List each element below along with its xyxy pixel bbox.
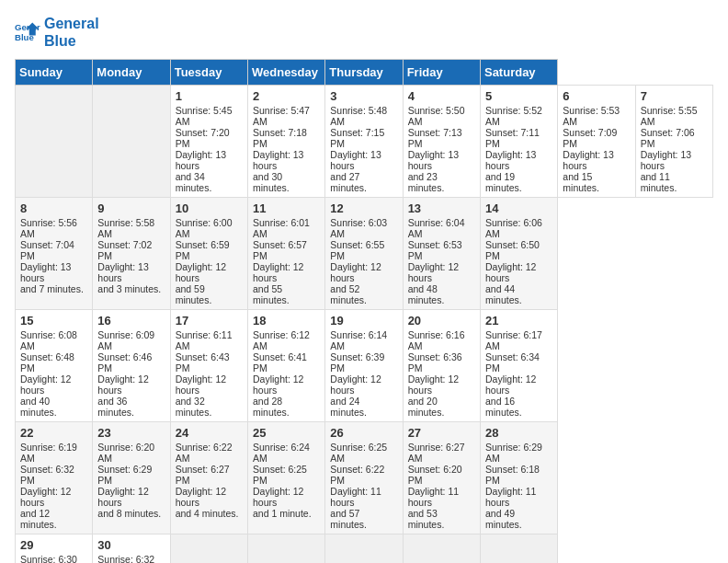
calendar-cell: 20Sunrise: 6:16 AMSunset: 6:36 PMDayligh… [403, 310, 480, 422]
day-info-line: Sunset: 6:25 PM [253, 464, 320, 486]
day-info-line: Daylight: 12 hours [176, 261, 243, 283]
day-info-line: Daylight: 12 hours [330, 261, 397, 283]
day-info-line: Sunset: 6:18 PM [485, 464, 552, 486]
day-info-line: and 7 minutes. [20, 283, 87, 294]
calendar-cell: 17Sunrise: 6:11 AMSunset: 6:43 PMDayligh… [170, 310, 247, 422]
day-info-line: Sunrise: 6:27 AM [408, 442, 475, 464]
day-info-line: and 28 minutes. [253, 396, 320, 418]
week-row-4: 29Sunrise: 6:30 AMSunset: 6:15 PMDayligh… [16, 534, 713, 563]
day-info-line: Sunrise: 6:08 AM [20, 329, 87, 351]
day-info-line: Sunrise: 6:24 AM [253, 442, 320, 464]
day-info-line: Sunrise: 6:14 AM [330, 329, 397, 351]
calendar-cell: 12Sunrise: 6:03 AMSunset: 6:55 PMDayligh… [325, 198, 403, 310]
calendar-cell: 5Sunrise: 5:52 AMSunset: 7:11 PMDaylight… [480, 86, 557, 198]
day-info-line: Sunrise: 6:32 AM [97, 554, 165, 563]
calendar-cell: 26Sunrise: 6:25 AMSunset: 6:22 PMDayligh… [325, 422, 403, 534]
calendar-cell: 7Sunrise: 5:55 AMSunset: 7:06 PMDaylight… [635, 86, 712, 198]
day-info-line: and 16 minutes. [485, 396, 552, 418]
calendar-cell: 29Sunrise: 6:30 AMSunset: 6:15 PMDayligh… [16, 534, 93, 563]
day-info-line: Sunset: 6:32 PM [20, 464, 87, 486]
day-number: 21 [485, 314, 552, 327]
day-info-line: and 57 minutes. [330, 508, 397, 530]
day-info-line: and 32 minutes. [176, 396, 243, 418]
day-info-line: Daylight: 13 hours [408, 149, 475, 171]
day-number: 3 [330, 89, 397, 103]
day-info-line: Sunset: 6:22 PM [330, 464, 397, 486]
day-info-line: Sunset: 6:34 PM [485, 351, 552, 373]
day-number: 18 [253, 314, 320, 327]
day-info-line: and 34 minutes. [176, 171, 243, 193]
day-info-line: Sunset: 6:41 PM [253, 351, 320, 373]
day-info-line: Sunset: 6:39 PM [330, 351, 397, 373]
day-info-line: and 8 minutes. [97, 508, 165, 519]
day-info-line: Sunrise: 6:29 AM [485, 442, 552, 464]
day-number: 6 [563, 89, 630, 103]
day-info-line: and 36 minutes. [97, 396, 165, 418]
day-info-line: Daylight: 12 hours [330, 373, 397, 396]
day-info-line: Sunrise: 5:48 AM [330, 105, 397, 127]
calendar-cell [16, 86, 93, 198]
day-info-line: Sunset: 6:48 PM [20, 351, 87, 373]
day-info-line: Sunset: 7:18 PM [253, 127, 320, 149]
day-number: 9 [97, 201, 165, 215]
day-info-line: and 23 minutes. [408, 171, 475, 193]
calendar-cell: 14Sunrise: 6:06 AMSunset: 6:50 PMDayligh… [480, 198, 557, 310]
calendar-cell: 2Sunrise: 5:47 AMSunset: 7:18 PMDaylight… [247, 86, 324, 198]
day-info-line: Sunset: 6:27 PM [176, 464, 243, 486]
calendar-cell: 23Sunrise: 6:20 AMSunset: 6:29 PMDayligh… [93, 422, 170, 534]
day-info-line: Daylight: 12 hours [253, 261, 320, 283]
day-info-line: and 55 minutes. [253, 283, 320, 305]
day-info-line: Daylight: 11 hours [485, 486, 552, 508]
calendar-cell: 24Sunrise: 6:22 AMSunset: 6:27 PMDayligh… [170, 422, 247, 534]
day-number: 24 [176, 426, 243, 440]
day-number: 2 [253, 89, 320, 103]
calendar-cell [480, 534, 557, 563]
calendar-cell: 4Sunrise: 5:50 AMSunset: 7:13 PMDaylight… [403, 86, 480, 198]
day-info-line: Daylight: 13 hours [20, 261, 87, 283]
day-number: 23 [97, 426, 165, 440]
calendar-cell: 21Sunrise: 6:17 AMSunset: 6:34 PMDayligh… [480, 310, 557, 422]
day-info-line: Sunset: 6:43 PM [176, 351, 243, 373]
calendar-cell: 10Sunrise: 6:00 AMSunset: 6:59 PMDayligh… [170, 198, 247, 310]
calendar-cell: 28Sunrise: 6:29 AMSunset: 6:18 PMDayligh… [480, 422, 557, 534]
day-number: 10 [176, 201, 243, 215]
day-info-line: Sunset: 6:29 PM [97, 464, 165, 486]
week-row-0: 1Sunrise: 5:45 AMSunset: 7:20 PMDaylight… [16, 86, 713, 198]
day-info-line: Sunrise: 6:03 AM [330, 217, 397, 239]
day-info-line: and 12 minutes. [20, 508, 87, 530]
day-info-line: Sunset: 7:15 PM [330, 127, 397, 149]
day-number: 12 [330, 201, 397, 215]
week-row-3: 22Sunrise: 6:19 AMSunset: 6:32 PMDayligh… [16, 422, 713, 534]
day-number: 13 [408, 201, 475, 215]
calendar-table: SundayMondayTuesdayWednesdayThursdayFrid… [15, 59, 713, 563]
calendar-cell [403, 534, 480, 563]
logo-blue: Blue [44, 32, 99, 50]
day-number: 29 [20, 538, 87, 552]
day-info-line: and 20 minutes. [408, 396, 475, 418]
day-info-line: Sunset: 6:50 PM [485, 239, 552, 261]
day-info-line: Daylight: 12 hours [20, 373, 87, 396]
day-info-line: and 15 minutes. [563, 171, 630, 193]
day-number: 26 [330, 426, 397, 440]
day-info-line: Sunset: 6:55 PM [330, 239, 397, 261]
day-info-line: Daylight: 12 hours [485, 373, 552, 396]
day-info-line: and 49 minutes. [485, 508, 552, 530]
calendar-header-row: SundayMondayTuesdayWednesdayThursdayFrid… [16, 60, 713, 86]
logo-general: General [44, 15, 99, 32]
day-info-line: Daylight: 12 hours [408, 373, 475, 396]
day-info-line: and 3 minutes. [97, 283, 165, 294]
day-info-line: Sunset: 6:53 PM [408, 239, 475, 261]
day-info-line: and 27 minutes. [330, 171, 397, 193]
day-info-line: Daylight: 13 hours [176, 149, 243, 171]
header-monday: Monday [93, 60, 170, 86]
day-number: 14 [485, 201, 552, 215]
day-info-line: Sunset: 6:59 PM [176, 239, 243, 261]
logo-icon: General Blue [15, 19, 40, 45]
day-info-line: Sunrise: 6:20 AM [97, 442, 165, 464]
day-info-line: and 24 minutes. [330, 396, 397, 418]
day-info-line: Daylight: 12 hours [97, 373, 165, 396]
day-number: 30 [97, 538, 165, 552]
day-info-line: and 44 minutes. [485, 283, 552, 305]
calendar-cell [170, 534, 247, 563]
calendar-cell: 15Sunrise: 6:08 AMSunset: 6:48 PMDayligh… [16, 310, 93, 422]
